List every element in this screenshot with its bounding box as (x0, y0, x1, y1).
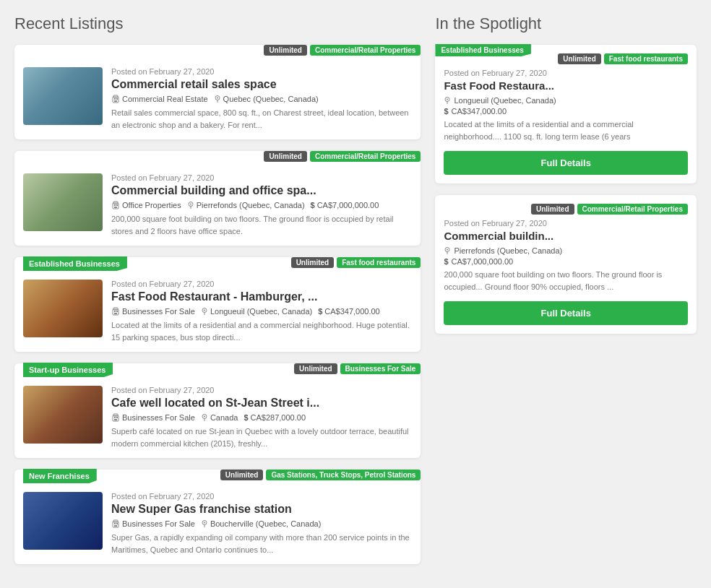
listing-card[interactable]: UnlimitedCommercial/Retail Properties Po… (14, 45, 421, 139)
image-placeholder (23, 67, 103, 125)
svg-rect-31 (114, 525, 117, 527)
listing-card-inner: Posted on February 27, 2020 Commercial r… (14, 59, 421, 139)
svg-point-34 (204, 522, 205, 524)
spotlight-card[interactable]: Established Businesses UnlimitedFast foo… (435, 45, 697, 183)
listing-tag: Unlimited (291, 257, 335, 268)
svg-point-27 (204, 416, 205, 418)
svg-point-36 (447, 99, 448, 100)
listing-category: Commercial Real Estate (111, 95, 208, 103)
full-details-button[interactable]: Full Details (444, 151, 688, 175)
svg-point-6 (217, 98, 218, 99)
spotlight-date: Posted on February 27, 2020 (444, 219, 688, 228)
category-ribbon: New Franchises (23, 469, 97, 483)
listing-card-inner: Posted on February 27, 2020 Cafe well lo… (14, 377, 421, 458)
building-icon (111, 201, 120, 209)
listing-location: Pierrefonds (Quebec, Canada) (187, 201, 305, 209)
spotlight-pin-icon (444, 96, 451, 105)
spotlight-price: $ CA$347,000.00 (444, 107, 688, 116)
listing-title: Cafe well located on St-Jean Street i... (111, 397, 412, 410)
svg-rect-30 (116, 523, 118, 524)
listing-price: $ CA$347,000.00 (318, 307, 380, 316)
building-icon (111, 307, 120, 316)
listing-image (23, 173, 103, 231)
svg-rect-3 (114, 100, 117, 102)
listing-tag: Unlimited (220, 470, 264, 480)
listing-description: Retail sales commercial space, 800 sq. f… (111, 107, 412, 131)
listing-title: Commercial building and office spa... (111, 184, 412, 197)
listing-price: $ CA$7,000,000.00 (311, 201, 379, 209)
svg-rect-22 (114, 417, 116, 418)
pin-icon (201, 413, 208, 422)
spotlight-listing-title: Commercial buildin... (444, 230, 688, 242)
spotlight-location: Longueuil (Quebec, Canada) (444, 96, 688, 105)
spotlight-title: In the Spotlight (435, 14, 697, 33)
spotlight-meta: Pierrefonds (Quebec, Canada) $ CA$7,000,… (444, 246, 688, 266)
listing-content: Posted on February 27, 2020 Fast Food Re… (111, 280, 412, 343)
svg-rect-8 (114, 204, 116, 206)
spotlight-date: Posted on February 27, 2020 (444, 69, 688, 77)
spotlight-card[interactable]: UnlimitedCommercial/Retail Properties Po… (435, 195, 697, 334)
right-column: In the Spotlight Established Businesses … (435, 14, 697, 576)
svg-rect-2 (116, 98, 118, 100)
listing-card-inner: Posted on February 27, 2020 New Super Ga… (14, 483, 421, 564)
listing-date: Posted on February 27, 2020 (111, 386, 412, 394)
listing-image (23, 492, 103, 550)
listing-meta: Businesses For Sale Canada $ CA$287,000.… (111, 413, 412, 422)
svg-rect-23 (116, 417, 118, 418)
building-icon (111, 519, 120, 528)
listing-location: Boucherville (Quebec, Canada) (201, 519, 321, 528)
building-icon (111, 95, 120, 103)
listing-tag: Fast food restaurants (337, 257, 421, 268)
listing-content: Posted on February 27, 2020 Commercial b… (111, 173, 412, 237)
full-details-button[interactable]: Full Details (444, 301, 688, 325)
listing-title: New Super Gas franchise station (111, 503, 412, 516)
spotlight-tags: UnlimitedCommercial/Retail Properties (444, 204, 688, 215)
listing-image (23, 386, 103, 444)
listing-title: Commercial retail sales space (111, 78, 412, 91)
spotlight-meta: Longueuil (Quebec, Canada) $ CA$347,000.… (444, 96, 688, 116)
svg-point-38 (447, 249, 448, 251)
listing-location: Longueuil (Quebec, Canada) (201, 307, 312, 316)
listing-tag: Gas Stations, Truck Stops, Petrol Statio… (266, 470, 421, 480)
listing-card-inner: Posted on February 27, 2020 Fast Food Re… (14, 271, 421, 352)
left-column: Recent Listings UnlimitedCommercial/Reta… (14, 14, 421, 576)
spotlight-tag: Commercial/Retail Properties (577, 204, 689, 215)
listing-date: Posted on February 27, 2020 (111, 492, 412, 501)
svg-rect-10 (114, 207, 117, 208)
spotlight-pin-icon (444, 246, 451, 255)
listing-date: Posted on February 27, 2020 (111, 67, 412, 76)
listing-card[interactable]: Start-up Businesses UnlimitedBusinesses … (14, 363, 421, 458)
svg-rect-24 (114, 419, 117, 420)
listing-image (23, 67, 103, 125)
svg-point-20 (204, 310, 205, 311)
listing-tag: Commercial/Retail Properties (310, 151, 421, 162)
svg-rect-1 (114, 98, 116, 100)
spotlight-ribbon: Established Businesses (435, 44, 531, 56)
category-ribbon: Established Businesses (23, 256, 127, 271)
pin-icon (201, 307, 208, 316)
listing-meta: Businesses For Sale Longueuil (Quebec, C… (111, 307, 412, 316)
listing-meta: Commercial Real Estate Quebec (Quebec, C… (111, 95, 412, 103)
main-layout: Recent Listings UnlimitedCommercial/Reta… (14, 14, 697, 576)
listing-card[interactable]: UnlimitedCommercial/Retail Properties Po… (14, 151, 421, 246)
building-icon (111, 413, 120, 422)
listing-title: Fast Food Restaurant - Hamburger, ... (111, 290, 412, 303)
listing-card[interactable]: Established Businesses UnlimitedFast foo… (14, 257, 421, 352)
image-placeholder (23, 386, 103, 444)
svg-rect-15 (114, 311, 116, 312)
image-placeholder (23, 492, 103, 550)
image-placeholder (23, 173, 103, 231)
listing-tag: Unlimited (264, 151, 307, 162)
recent-listings-title: Recent Listings (14, 14, 421, 33)
listing-category: Businesses For Sale (111, 307, 195, 316)
listing-tag: Unlimited (294, 363, 337, 374)
svg-rect-9 (116, 204, 118, 206)
spotlight-listing-title: Fast Food Restaura... (444, 79, 688, 92)
spotlight-location: Pierrefonds (Quebec, Canada) (444, 246, 688, 255)
listing-card[interactable]: New Franchises UnlimitedGas Stations, Tr… (14, 470, 421, 564)
listing-location: Canada (201, 413, 238, 422)
listing-tags: UnlimitedCommercial/Retail Properties (14, 45, 421, 56)
listing-location: Quebec (Quebec, Canada) (214, 95, 319, 103)
spotlight-tag: Fast food restaurants (604, 53, 688, 64)
svg-rect-29 (114, 523, 116, 524)
